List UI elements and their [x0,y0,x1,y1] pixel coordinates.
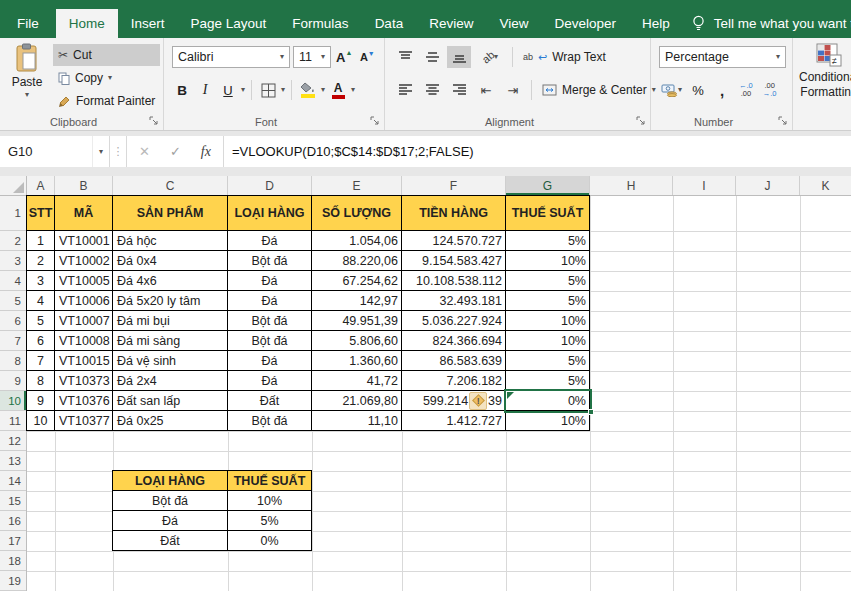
cell-G6[interactable]: 10% [506,311,590,331]
cell-E11[interactable]: 11,10 [312,411,402,431]
tab-help[interactable]: Help [629,9,683,38]
cell-B8[interactable]: VT10015 [55,351,113,371]
merge-center-button[interactable]: Merge & Center ▾ [538,79,660,101]
cell-C5[interactable]: Đá 5x20 ly tâm [113,291,228,311]
cell-C2[interactable]: Đá hộc [113,231,228,251]
row-header-2[interactable]: 2 [0,231,26,251]
clipboard-dialog-launcher-icon[interactable] [149,116,159,126]
row-header-11[interactable]: 11 [0,411,26,431]
bold-button[interactable]: B [172,79,192,101]
number-format-combobox[interactable]: Percentage ▾ [659,46,786,68]
decrease-decimal-button[interactable]: .00→.0 [760,82,780,98]
conditional-formatting-button[interactable]: ≠ Conditional Formatting [793,43,851,99]
cell-E9[interactable]: 41,72 [312,371,402,391]
cell-F3[interactable]: 9.154.583.427 [402,251,506,271]
cell-B1[interactable]: MÃ [55,196,113,231]
cell-D11[interactable]: Bột đá [228,411,312,431]
tab-view[interactable]: View [486,9,541,38]
cell-F10[interactable]: 599.214 ! 39 [402,391,506,411]
wrap-text-button[interactable]: ab↩ Wrap Text [519,46,610,68]
row-header-17[interactable]: 17 [0,531,26,551]
cell-E10[interactable]: 21.069,80 [312,391,402,411]
copy-button[interactable]: Copy ▾ [53,67,160,89]
row-header-9[interactable]: 9 [0,371,26,391]
cell-G4[interactable]: 5% [506,271,590,291]
paste-button[interactable]: Paste ▾ [4,43,50,119]
fill-handle[interactable] [588,409,594,415]
cell-C10[interactable]: Đất san lấp [113,391,228,411]
cell-E5[interactable]: 142,97 [312,291,402,311]
col-header-J[interactable]: J [736,176,800,195]
row-header-13[interactable]: 13 [0,451,26,471]
cell-E7[interactable]: 5.806,60 [312,331,402,351]
enter-icon[interactable]: ✓ [170,144,181,159]
bottom-align-button[interactable] [447,46,471,68]
col-header-F[interactable]: F [402,176,506,195]
row-header-19[interactable]: 19 [0,571,26,591]
row-header-12[interactable]: 12 [0,431,26,451]
cell-D17[interactable]: 0% [228,531,312,551]
cell-C7[interactable]: Đá mi sàng [113,331,228,351]
tab-data[interactable]: Data [362,9,417,38]
cell-B4[interactable]: VT10005 [55,271,113,291]
cell-A6[interactable]: 5 [27,311,55,331]
trace-error-button[interactable]: ! [469,392,487,410]
cell-C1[interactable]: SẢN PHẨM [113,196,228,231]
decrease-indent-button[interactable]: ⇤ [474,79,498,101]
cell-C11[interactable]: Đá 0x25 [113,411,228,431]
cell-C14[interactable]: LOẠI HÀNG [113,471,228,491]
center-button[interactable] [420,79,444,101]
cell-D6[interactable]: Bột đá [228,311,312,331]
row-header-4[interactable]: 4 [0,271,26,291]
name-box[interactable]: G10 ▾ [0,136,110,167]
cancel-icon[interactable]: ✕ [139,144,150,159]
row-header-3[interactable]: 3 [0,251,26,271]
borders-button[interactable] [258,79,278,101]
cell-C3[interactable]: Đá 0x4 [113,251,228,271]
tab-developer[interactable]: Developer [541,9,629,38]
row-header-7[interactable]: 7 [0,331,26,351]
cell-C17[interactable]: Đất [113,531,228,551]
tell-me-box[interactable]: Tell me what you want to do [691,9,851,38]
cell-A3[interactable]: 2 [27,251,55,271]
align-left-button[interactable] [393,79,417,101]
cell-A1[interactable]: STT [27,196,55,231]
cell-F7[interactable]: 824.366.694 [402,331,506,351]
cell-D9[interactable]: Đá [228,371,312,391]
increase-font-size-button[interactable]: A▲ [334,46,354,68]
row-header-14[interactable]: 14 [0,471,26,491]
cell-A9[interactable]: 8 [27,371,55,391]
cell-F2[interactable]: 124.570.727 [402,231,506,251]
cell-D3[interactable]: Bột đá [228,251,312,271]
cell-D1[interactable]: LOẠI HÀNG [228,196,312,231]
row-header-18[interactable]: 18 [0,551,26,571]
cell-C4[interactable]: Đá 4x6 [113,271,228,291]
col-header-B[interactable]: B [55,176,113,195]
cell-E8[interactable]: 1.360,60 [312,351,402,371]
col-header-C[interactable]: C [113,176,228,195]
cell-F9[interactable]: 7.206.182 [402,371,506,391]
cell-C8[interactable]: Đá vệ sinh [113,351,228,371]
tab-home[interactable]: Home [56,9,118,38]
top-align-button[interactable] [393,46,417,68]
cell-A5[interactable]: 4 [27,291,55,311]
cell-D16[interactable]: 5% [228,511,312,531]
cell-G11[interactable]: 10% [506,411,590,431]
cell-D7[interactable]: Bột đá [228,331,312,351]
cell-A2[interactable]: 1 [27,231,55,251]
cell-A10[interactable]: 9 [27,391,55,411]
cell-F4[interactable]: 10.108.538.112 [402,271,506,291]
cell-A11[interactable]: 10 [27,411,55,431]
number-dialog-launcher-icon[interactable] [778,116,788,126]
comma-style-button[interactable]: , [712,79,732,101]
cell-C6[interactable]: Đá mi bụi [113,311,228,331]
cell-C16[interactable]: Đá [113,511,228,531]
decrease-font-size-button[interactable]: A▼ [357,46,377,68]
cell-F8[interactable]: 86.583.639 [402,351,506,371]
row-header-1[interactable]: 1 [0,196,26,231]
cell-B9[interactable]: VT10373 [55,371,113,391]
tab-insert[interactable]: Insert [118,9,178,38]
cell-E2[interactable]: 1.054,06 [312,231,402,251]
row-header-16[interactable]: 16 [0,511,26,531]
row-header-8[interactable]: 8 [0,351,26,371]
